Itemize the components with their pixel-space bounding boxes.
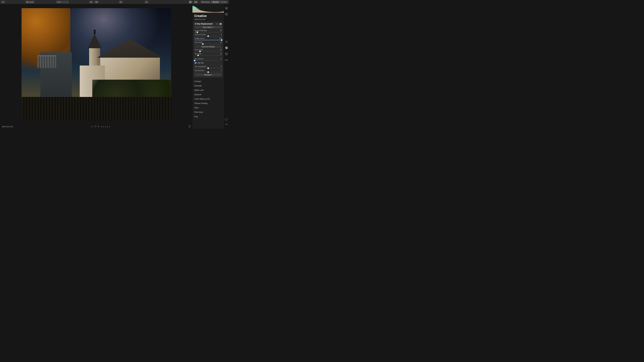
slider-sky-local[interactable]: Sky Local25 (195, 53, 222, 55)
zoom-dropdown[interactable]: 52%▾ (56, 1, 62, 3)
creative-tools-list: Sunrays Dramatic Matte Look Mystical Col… (192, 78, 224, 119)
panel-title: Creative (192, 12, 224, 18)
sliders-icon (213, 1, 214, 3)
photo-preview[interactable] (22, 8, 171, 120)
pro-category-icon[interactable]: PRO (225, 58, 228, 61)
zoom-in-button[interactable]: + (66, 1, 69, 3)
slider-sky-exposure[interactable]: Sky Exposure0 (195, 70, 222, 72)
advanced-settings-header[interactable]: Advanced Settings (195, 45, 222, 48)
zoom-out-button[interactable]: − (62, 1, 66, 3)
histogram[interactable] (192, 4, 224, 12)
tool-item-texture-overlay[interactable]: Texture Overlay (194, 101, 222, 106)
creative-category-icon[interactable] (225, 46, 228, 49)
slider-relight-scene[interactable]: Relight Scene100 (195, 37, 222, 40)
tool-item-dramatic[interactable]: Dramatic (194, 84, 222, 88)
slider-sky-global[interactable]: Sky Global30 (195, 41, 222, 44)
flip-sky-label: Flip Sky (198, 62, 204, 64)
svg-point-12 (214, 2, 214, 2)
library-icon (202, 1, 204, 3)
tool-item-glow[interactable]: Glow (194, 106, 222, 110)
svg-rect-5 (190, 1, 190, 2)
slider-close-gaps[interactable]: Close Gaps10 (195, 49, 222, 51)
top-toolbar: Looks 52%▾ − + Library (0, 0, 229, 4)
svg-point-11 (213, 1, 214, 2)
tab-info[interactable]: Info (220, 1, 228, 3)
looks-label: Looks (29, 1, 34, 3)
reject-button[interactable] (98, 125, 99, 128)
tool-item-color-styles-lut[interactable]: Color Styles (LUT) (194, 97, 222, 101)
svg-rect-15 (226, 13, 228, 15)
svg-point-24 (227, 53, 227, 54)
svg-point-20 (226, 48, 226, 48)
edit-mask-dropdown[interactable]: Edit Mask (195, 73, 222, 76)
trash-button[interactable] (189, 125, 190, 128)
svg-point-25 (91, 126, 92, 127)
crop-button[interactable] (119, 1, 123, 3)
footer-bar: d920-014.JPG ▾ ★★★★★ (0, 125, 192, 129)
tool-item-film-grain[interactable]: Film Grain (194, 110, 222, 114)
add-button[interactable] (1, 1, 5, 3)
zoom-control: 52%▾ − + (56, 1, 69, 3)
tool-item-sunrays[interactable]: Sunrays (194, 79, 222, 84)
reset-icon[interactable] (216, 23, 218, 25)
star-rating[interactable]: ★★★★★ (100, 125, 111, 128)
history-icon[interactable] (225, 118, 228, 121)
svg-rect-7 (190, 2, 190, 3)
svg-rect-14 (225, 13, 226, 15)
ai-sky-replacement-section: AI Sky Replacement Starry Night 2 Horizo… (194, 21, 223, 78)
tab-edit-label: Edit (215, 1, 218, 3)
svg-rect-6 (190, 1, 191, 2)
compare-icon (95, 1, 98, 3)
tool-item-matte-look[interactable]: Matte Look (194, 88, 222, 92)
portrait-category-icon[interactable] (225, 52, 228, 55)
slider-horizon-blending[interactable]: Horizon Blending20 (195, 30, 222, 32)
footer-filename: d920-014.JPG (2, 126, 13, 128)
panel-filename: d920-014.JPG (192, 18, 224, 21)
canvas-area (0, 4, 192, 125)
svg-rect-9 (195, 1, 197, 3)
tab-edit[interactable]: Edit (211, 1, 220, 3)
svg-point-2 (91, 2, 91, 2)
export-button[interactable] (144, 1, 149, 3)
looks-button[interactable]: Looks (25, 1, 35, 3)
svg-point-0 (26, 1, 28, 3)
flip-sky-checkbox-row[interactable]: ✓ Flip Sky (195, 62, 222, 64)
share-icon (146, 1, 147, 3)
looks-icon (26, 1, 28, 3)
svg-rect-8 (190, 2, 191, 3)
tab-info-label: Info (224, 1, 226, 3)
flip-sky-checkbox[interactable]: ✓ (195, 62, 196, 64)
svg-point-21 (227, 48, 227, 48)
svg-rect-10 (202, 2, 204, 3)
svg-rect-3 (96, 1, 96, 3)
tool-enable-toggle[interactable] (218, 23, 222, 25)
info-icon (222, 1, 223, 3)
compare-button[interactable] (94, 1, 99, 3)
slider-sky-defocus[interactable]: Sky Defocus0 (195, 58, 222, 61)
tool-item-fog[interactable]: Fog (194, 114, 222, 119)
category-icons: PRO (224, 4, 229, 129)
grid-view-button[interactable] (188, 1, 193, 3)
tool-item-mystical[interactable]: Mystical (194, 92, 222, 97)
sky-preset-dropdown[interactable]: Starry Night 2 (195, 26, 222, 28)
svg-point-16 (226, 41, 227, 42)
essentials-category-icon[interactable] (225, 40, 228, 43)
single-view-button[interactable] (194, 1, 198, 3)
canvas-icon[interactable] (225, 12, 228, 16)
layers-icon[interactable] (225, 6, 228, 10)
slider-sky-temperature[interactable]: Sky Temperature0 (195, 66, 222, 68)
svg-point-22 (225, 52, 228, 55)
svg-point-1 (27, 2, 28, 2)
tool-title: AI Sky Replacement (195, 23, 213, 25)
more-options-icon[interactable]: ••• (225, 123, 228, 125)
color-tag-button[interactable]: ▾ (91, 126, 93, 127)
svg-rect-4 (96, 1, 97, 3)
edit-panel: Creative d920-014.JPG AI Sky Replacement… (192, 4, 229, 129)
tab-library-label: Library (204, 1, 210, 3)
svg-point-18 (226, 47, 226, 48)
favorite-button[interactable] (94, 125, 96, 128)
preview-toggle-button[interactable] (89, 1, 94, 3)
slider-horizon-position[interactable]: Horizon Position0 (195, 34, 222, 36)
tab-library[interactable]: Library (200, 1, 211, 3)
crop-icon (120, 1, 122, 3)
